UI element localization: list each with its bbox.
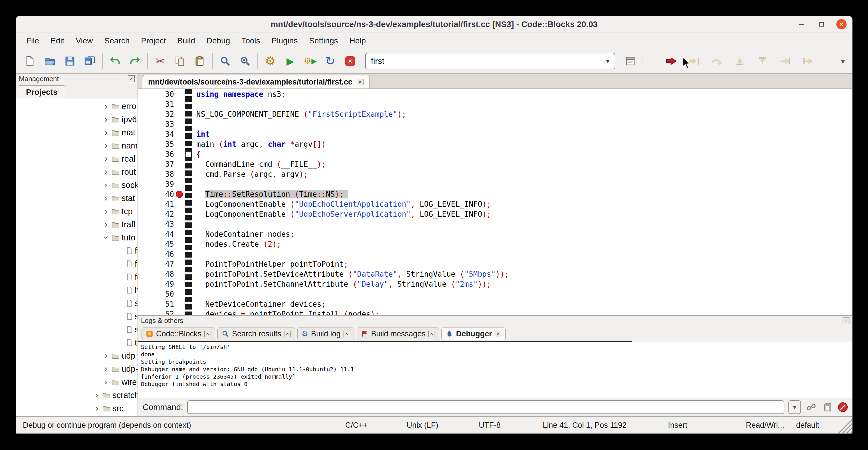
chevron-right-icon[interactable]: › [101,140,111,151]
breakpoint-marker[interactable] [176,191,183,198]
line-number[interactable]: 37 [138,159,175,169]
tree-item[interactable]: ›src [16,402,137,415]
build-target-combo[interactable]: first ▾ [365,53,615,69]
breakpoint-margin[interactable] [175,109,185,119]
chevron-right-icon[interactable]: › [101,363,111,374]
toolbar-overflow-button[interactable]: ▾ [841,57,845,66]
line-number[interactable]: 50 [138,289,175,299]
tree-item[interactable]: ›wire [16,376,137,389]
title-bar[interactable]: mnt/dev/tools/source/ns-3-dev/examples/t… [16,16,852,33]
tree-item[interactable]: ›rout [16,165,137,178]
management-close-icon[interactable]: × [128,76,135,82]
tree-item[interactable]: fif [16,244,137,257]
tree-item[interactable]: six [16,323,137,336]
tab-close-icon[interactable]: × [344,331,350,337]
debug-windows-button[interactable] [620,51,640,71]
breakpoint-margin[interactable] [175,249,185,259]
menu-item-tools[interactable]: Tools [236,33,266,49]
maximize-button[interactable] [816,19,827,29]
menu-item-debug[interactable]: Debug [201,33,236,49]
tree-item[interactable]: ›ipv6 [16,113,137,126]
resize-grip[interactable] [837,419,852,433]
logs-close-icon[interactable]: × [843,317,849,324]
breakpoint-margin[interactable] [175,89,185,99]
tree-item[interactable]: ›udp [16,349,137,362]
copy-button[interactable] [170,51,190,71]
tree-item[interactable]: ›sock [16,178,137,191]
command-input[interactable] [187,400,784,414]
line-number[interactable]: 45 [138,239,175,249]
breakpoint-margin[interactable] [175,209,185,219]
tree-item[interactable]: ›erro [16,100,137,113]
tab-close-icon[interactable]: × [495,331,501,337]
chevron-right-icon[interactable]: › [101,350,111,361]
breakpoint-margin[interactable] [175,149,185,159]
tab-build-log[interactable]: ⚙ Build log × [297,328,354,340]
line-number[interactable]: 49 [138,279,175,289]
stop-debugger-icon[interactable] [838,402,848,412]
menu-item-build[interactable]: Build [172,33,200,49]
line-number[interactable]: 42 [138,209,175,219]
chevron-right-icon[interactable]: › [101,193,111,204]
line-number[interactable]: 41 [138,199,175,209]
chevron-right-icon[interactable]: › [92,403,101,414]
menu-item-settings[interactable]: Settings [303,33,344,49]
tab-build-messages[interactable]: Build messages × [357,328,439,340]
step-into-button[interactable] [730,51,750,71]
editor-tab-close-icon[interactable]: × [357,79,364,85]
tab-debugger[interactable]: Debugger × [441,328,506,340]
line-number[interactable]: 33 [138,119,175,129]
line-number[interactable]: 46 [138,249,175,259]
breakpoint-margin[interactable] [175,129,185,139]
build-button[interactable]: ⚙ [260,51,280,71]
line-number[interactable]: 47 [138,259,175,269]
code-editor[interactable]: 30using namespace ns3;3132NS_LOG_COMPONE… [138,89,852,315]
chevron-right-icon[interactable]: › [101,114,111,125]
breakpoint-margin[interactable] [175,279,185,289]
menu-item-search[interactable]: Search [99,33,135,49]
breakpoint-margin[interactable] [175,169,185,179]
tree-item[interactable]: se [16,310,137,323]
chevron-right-icon[interactable]: › [101,153,111,164]
tree-item[interactable]: fo [16,270,137,283]
chevron-right-icon[interactable]: › [101,101,111,112]
line-number[interactable]: 39 [138,179,175,189]
tree-item[interactable]: ›mat [16,126,137,139]
next-instruction-button[interactable] [776,51,796,71]
breakpoint-margin[interactable] [175,299,185,309]
breakpoint-margin[interactable] [175,199,185,209]
run-button[interactable]: ▶ [280,51,300,71]
breakpoint-margin[interactable] [175,239,185,249]
next-line-button[interactable] [707,51,727,71]
fold-marker-icon[interactable]: − [185,151,192,157]
new-file-button[interactable] [20,51,40,71]
step-out-button[interactable] [753,51,773,71]
find-replace-button[interactable] [235,51,255,71]
line-number[interactable]: 35 [138,139,175,149]
redo-button[interactable] [125,51,145,71]
breakpoint-margin[interactable] [175,229,185,239]
tab-search-results[interactable]: Search results × [217,328,295,340]
cut-button[interactable]: ✂ [150,51,170,71]
chevron-right-icon[interactable]: › [101,206,111,217]
tree-item[interactable]: ›real [16,152,137,165]
line-number[interactable]: 30 [138,89,175,99]
project-tree[interactable]: ›erro›ipv6›mat›nam›real›rout›sock›stat›t… [16,99,137,416]
breakpoint-margin[interactable] [175,259,185,269]
link-icon[interactable] [805,401,817,414]
line-number[interactable]: 32 [138,109,175,119]
menu-item-edit[interactable]: Edit [45,33,70,49]
tab-close-icon[interactable]: × [204,331,211,337]
line-number[interactable]: 40 [138,189,175,199]
abort-build-button[interactable]: × [340,51,360,71]
close-button[interactable]: × [836,19,846,29]
tree-item[interactable]: ›scratch [16,389,137,402]
line-number[interactable]: 43 [138,219,175,229]
command-history-dropdown[interactable]: ▾ [788,400,801,414]
line-number[interactable]: 44 [138,229,175,239]
tree-item[interactable]: ›nam [16,139,137,152]
tree-item[interactable]: ›tcp [16,205,137,218]
line-number[interactable]: 36 [138,149,175,159]
chevron-right-icon[interactable]: › [92,390,101,400]
breakpoint-margin[interactable] [175,309,185,315]
